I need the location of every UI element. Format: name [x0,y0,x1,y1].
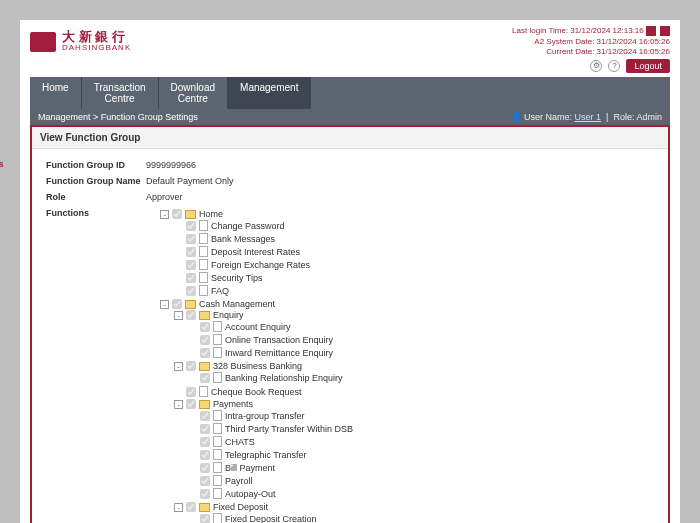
fg-id-label: Function Group ID [46,160,146,170]
tree-checkbox [186,502,196,512]
tree-label: Inward Remittance Enquiry [225,348,333,358]
page-icon [199,220,208,231]
tab-transaction[interactable]: Transaction Centre [82,77,159,109]
folder-icon [199,311,210,320]
tab-download[interactable]: Download Centre [159,77,228,109]
tree-checkbox [200,514,210,523]
tree-label: Account Enquiry [225,322,291,332]
logout-button[interactable]: Logout [626,59,670,73]
tree-checkbox [186,361,196,371]
tree-checkbox [186,221,196,231]
tree-item[interactable]: Telegraphic Transfer [188,449,436,460]
tree-item[interactable]: Bill Payment [188,462,436,473]
expand-icon[interactable]: - [174,311,183,320]
tree-item[interactable]: Banking Relationship Enquiry [188,372,436,383]
sidebar-item[interactable]: ▸List of Holder's Accounts [0,82,10,98]
tree-folder[interactable]: -Fixed Deposit [174,502,436,512]
page-icon [213,347,222,358]
tree-checkbox [186,399,196,409]
tree-folder[interactable]: -Home [160,209,436,219]
tree-checkbox [200,463,210,473]
tree-checkbox [186,387,196,397]
lang-icon[interactable] [660,26,670,36]
page-icon [199,272,208,283]
tree-checkbox [200,450,210,460]
page-icon [213,321,222,332]
current-date-text: Current Date: 31/12/2024 16:05:26 [512,47,670,57]
sidebar-item[interactable]: ▸Customer Limit Settings [0,124,10,140]
tree-item[interactable]: CHATS [188,436,436,447]
expand-icon[interactable]: - [174,503,183,512]
role-meta-label: Role [46,192,146,202]
user-link[interactable]: User 1 [575,112,602,122]
spacer [174,247,183,256]
tree-label: Payments [213,399,253,409]
tree-label: Change Password [211,221,285,231]
page-icon [199,246,208,257]
tab-home[interactable]: Home [30,77,82,109]
spacer [188,322,197,331]
sidebar-item[interactable]: ▸Authorization Settings [0,172,10,188]
tree-item[interactable]: Autopay-Out [188,488,436,499]
tree-item[interactable]: Payroll [188,475,436,486]
tree-label: CHATS [225,437,255,447]
tree-item[interactable]: Account Enquiry [188,321,436,332]
tree-checkbox [200,424,210,434]
settings-icon[interactable]: ⚙ [590,60,602,72]
sidebar-item-label: Beneficiary Accounts Management [0,101,10,121]
spacer [174,260,183,269]
logo-text: 大 新 銀 行 DAHSINGBANK [62,30,131,53]
page-icon [213,449,222,460]
expand-icon[interactable]: - [174,362,183,371]
folder-icon [199,503,210,512]
user-label: User Name: [524,112,572,122]
tree-folder[interactable]: -Cash Management [160,299,436,309]
tree-checkbox [200,489,210,499]
tree-checkbox [200,437,210,447]
tree-item[interactable]: Inward Remittance Enquiry [188,347,436,358]
expand-icon[interactable]: - [160,210,169,219]
folder-icon [185,300,196,309]
tree-item[interactable]: Deposit Interest Rates [174,246,436,257]
logo: 大 新 銀 行 DAHSINGBANK [30,30,131,53]
spacer [188,463,197,472]
functions-tree: -HomeChange PasswordBank MessagesDeposit… [146,208,436,523]
tree-label: Cheque Book Request [211,387,302,397]
page-icon [213,410,222,421]
breadcrumb: Management > Function Group Settings 👤 U… [30,109,670,125]
sidebar-item[interactable]: ▸Activity Record [0,66,10,82]
tree-checkbox [172,209,182,219]
page-icon [213,462,222,473]
header-info: Last login Time: 31/12/2024 12:13:16 A2 … [512,26,670,57]
tree-item[interactable]: Change Password [174,220,436,231]
lang-icon[interactable] [646,26,656,36]
content-panel: View Function Group Function Group ID 99… [30,125,670,523]
tree-item[interactable]: Security Tips [174,272,436,283]
help-icon[interactable]: ? [608,60,620,72]
tree-label: Banking Relationship Enquiry [225,373,343,383]
expand-icon[interactable]: - [160,300,169,309]
tab-management[interactable]: Management [228,77,311,109]
tree-label: Enquiry [213,310,244,320]
sidebar-item[interactable]: ▸User Settings [0,140,10,156]
sidebar-item[interactable]: ▸Beneficiary Accounts Management [0,98,10,124]
sidebar-item[interactable]: ▸Function Group Settings [0,156,10,172]
tree-folder[interactable]: -Payments [174,399,436,409]
tree-item[interactable]: Third Party Transfer Within DSB [188,423,436,434]
tree-item[interactable]: Fixed Deposit Creation [188,513,436,523]
tree-label: Home [199,209,223,219]
tree-item[interactable]: Online Transaction Enquiry [188,334,436,345]
functions-label: Functions [46,208,146,523]
tree-item[interactable]: Cheque Book Request [174,386,436,397]
expand-icon[interactable]: - [174,400,183,409]
page-icon [199,259,208,270]
tree-label: Cash Management [199,299,275,309]
tree-item[interactable]: Bank Messages [174,233,436,244]
tree-folder[interactable]: -328 Business Banking [174,361,436,371]
tree-item[interactable]: Intra-group Transfer [188,410,436,421]
tree-checkbox [186,260,196,270]
tree-item[interactable]: Foreign Exchange Rates [174,259,436,270]
tree-item[interactable]: FAQ [174,285,436,296]
header: 大 新 銀 行 DAHSINGBANK Last login Time: 31/… [20,20,680,57]
tree-folder[interactable]: -Enquiry [174,310,436,320]
